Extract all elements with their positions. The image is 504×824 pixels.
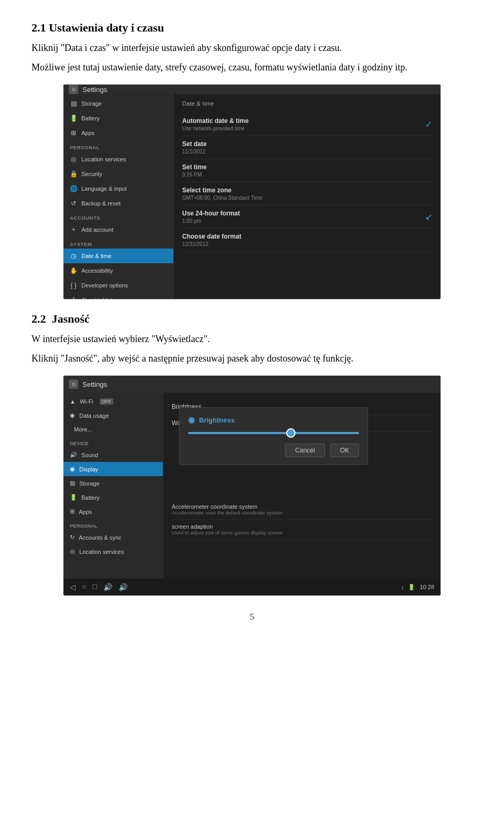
brightness-dialog-icon: ◉ [188,415,195,425]
sc1-row-choose-date-format[interactable]: Choose date format12/31/2012 [182,229,432,252]
brightness-dialog: ◉ Brightness Cancel OK [179,407,368,465]
titlebar-1-text: Settings [82,86,107,94]
brightness-dialog-buttons: Cancel OK [188,444,359,457]
sc2-sidebar-item-accounts-sync[interactable]: ↻Accounts & sync [64,530,163,544]
apps-icon: ⊞ [70,508,75,515]
language-input-icon: 🌐 [70,185,77,192]
settings-icon: ⚙ [69,85,78,94]
sc2-sidebar-item-storage[interactable]: ▤Storage [64,476,163,490]
display-icon: ◉ [70,466,75,472]
developer-options-label: Developer options [81,282,128,289]
about-tablet-icon: ℹ [70,296,77,300]
sc2-below-dialog: Accelerometer coordinate system Accelero… [172,500,432,540]
storage-icon: ▤ [70,480,75,487]
sc1-sidebar-item-security[interactable]: 🔒Security [64,167,173,181]
sc2-sidebar-item-wi-fi[interactable]: ▲Wi-FiOFF [64,395,163,408]
security-label: Security [81,171,102,177]
sc2-battery-icon: 🔋 [408,584,415,591]
sc2-sidebar-item-sound[interactable]: 🔊Sound [64,448,163,462]
sc1-sidebar-item-about-tablet[interactable]: ℹAbout tablet [64,293,173,300]
apps-label: Apps [79,509,92,515]
sound-icon: 🔊 [70,451,77,458]
sc2-signal-icon: ↓ [401,584,404,590]
titlebar-1: ⚙ Settings [64,85,440,94]
security-icon: 🔒 [70,170,77,178]
add-account-icon: + [70,226,77,233]
sc2-sidebar: ▲Wi-FiOFF◉Data usageMore...DEVICE🔊Sound◉… [64,393,163,579]
sc2-sidebar-item-display[interactable]: ◉Display [64,462,163,476]
brightness-cancel-button[interactable]: Cancel [285,444,324,457]
brightness-slider-thumb[interactable] [286,428,296,438]
sc1-row-select-time-zone[interactable]: Select time zoneGMT+08:00, China Standar… [182,182,432,205]
accessibility-icon: ✋ [70,267,77,274]
sc1-sidebar-item-developer-options[interactable]: { }Developer options [64,278,173,293]
sc1-sidebar-item-battery[interactable]: 🔋Battery [64,111,173,126]
sc1-sidebar-item-add-account[interactable]: +Add account [64,222,173,237]
sc1-body: ▤Storage🔋Battery⊞AppsPERSONAL◎Location s… [64,94,440,300]
sc1-row-set-date[interactable]: Set date11/1/2012 [182,136,432,159]
section-22-text1: W interfejsie ustawień wybierz "Wyświetl… [32,332,472,346]
section-21: 2.1 Ustawienia daty i czasu Kliknij "Dat… [32,21,472,75]
sc1-sidebar-item-location-services[interactable]: ◎Location services [64,152,173,167]
sc2-sidebar-item-data-usage[interactable]: ◉Data usage [64,408,163,423]
sc1-sidebar-section-system: SYSTEM [64,237,173,249]
settings-icon-2: ⚙ [69,379,78,389]
section-22-header: 2.2 Jasność [32,312,472,326]
sound-label: Sound [81,452,98,458]
sc2-back-icon[interactable]: ◁ [70,583,76,592]
sc1-row-sub: 1:00 pm [182,218,240,224]
sc2-status-right: ↓ 🔋 10:28 [401,584,434,591]
sc2-sidebar-item-location-services[interactable]: ◎Location services [64,544,163,559]
sc1-row-sub: GMT+08:00, China Standard Time [182,195,262,201]
sc1-row-label: Set date [182,140,207,148]
sc2-sidebar-item-battery[interactable]: 🔋Battery [64,490,163,504]
sc1-sidebar-item-date-time[interactable]: ◷Date & time [64,249,173,263]
sc1-sidebar-item-language-input[interactable]: 🌐Language & input [64,181,173,196]
location-services-icon: ◎ [70,156,77,163]
location-services-label: Location services [81,156,126,162]
sc2-recents-icon[interactable]: □ [92,583,97,591]
accounts-sync-label: Accounts & sync [79,534,121,541]
sc2-nav-left: ◁ ○ □ 🔊 🔊 [70,583,128,592]
data-usage-label: Data usage [79,413,109,419]
sc1-row-label: Select time zone [182,187,262,194]
section-22-number: 2.2 [32,312,46,325]
sc1-row-label: Use 24-hour format [182,210,240,217]
sc2-sidebar-section-personal: PERSONAL [64,519,163,530]
sc1-row-use-24-hour-format[interactable]: Use 24-hour format1:00 pm↙ [182,205,432,229]
storage-label: Storage [81,100,102,107]
sc1-sidebar-item-apps[interactable]: ⊞Apps [64,126,173,140]
developer-options-icon: { } [70,282,77,289]
sc1-sidebar-section-personal: PERSONAL [64,140,173,152]
sc1-row-label: Choose date format [182,233,242,240]
battery-label: Battery [81,115,100,121]
apps-icon: ⊞ [70,129,77,137]
storage-icon: ▤ [70,100,77,107]
sc1-sidebar-item-backup-reset[interactable]: ↺Backup & reset [64,196,173,211]
accounts-sync-icon: ↻ [70,534,75,541]
sc1-row-right: ✓ [425,119,432,129]
sc1-row-sub: Use network-provided time [182,126,249,131]
sc2-vol-icon[interactable]: 🔊 [103,583,112,592]
sc1-sidebar: ▤Storage🔋Battery⊞AppsPERSONAL◎Location s… [64,94,174,300]
section-22-title: Jasność [52,312,90,325]
sc2-sidebar-item-apps[interactable]: ⊞Apps [64,504,163,519]
sc1-sidebar-section-accounts: ACCOUNTS [64,211,173,222]
sc1-row-label: Set time [182,163,207,171]
sc1-main: Date & time Automatic date & timeUse net… [174,94,440,300]
sc2-home-icon[interactable]: ○ [82,583,86,591]
sc2-sidebar-item-more...[interactable]: More... [64,423,163,436]
sc1-sidebar-item-accessibility[interactable]: ✋Accessibility [64,263,173,278]
sc1-row-automatic-date-time[interactable]: Automatic date & timeUse network-provide… [182,113,432,136]
location-services-icon: ◎ [70,548,75,555]
storage-label: Storage [79,480,100,487]
location-services-label: Location services [79,549,124,555]
section-21-title: 2.1 Ustawienia daty i czasu [32,21,472,35]
sc1-row-set-time[interactable]: Set time9:26 PM [182,159,432,182]
sc2-vol-up-icon[interactable]: 🔊 [119,583,128,592]
sc1-sidebar-item-storage[interactable]: ▤Storage [64,96,173,111]
brightness-ok-button[interactable]: OK [330,444,359,457]
brightness-slider-track[interactable] [188,432,359,434]
battery-label: Battery [81,495,100,501]
titlebar-2-text: Settings [82,380,107,388]
